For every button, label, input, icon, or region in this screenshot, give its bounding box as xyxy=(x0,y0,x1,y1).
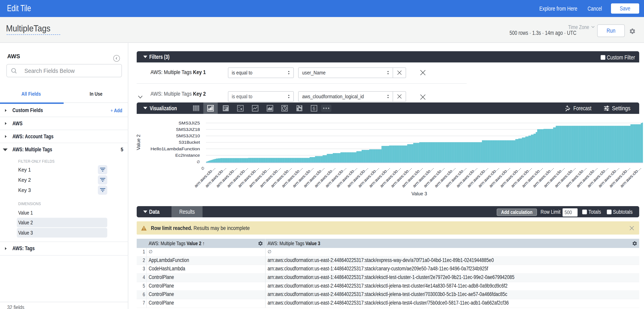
svg-text:SMS3JIZ10: SMS3JIZ10 xyxy=(176,134,200,138)
svg-text:SMS3JIZ5: SMS3JIZ5 xyxy=(178,121,200,125)
svg-text:∅: ∅ xyxy=(200,166,205,171)
svg-text:∅: ∅ xyxy=(197,160,200,164)
svg-text:Hello1LambdaFunction: Hello1LambdaFunction xyxy=(150,146,200,151)
svg-text:S31Bucket: S31Bucket xyxy=(179,140,200,144)
svg-text:SMS3JIZ18: SMS3JIZ18 xyxy=(176,127,200,132)
svg-text:Value 2: Value 2 xyxy=(136,134,141,150)
svg-text:6: 6 xyxy=(312,106,315,111)
svg-text:Value 3: Value 3 xyxy=(412,191,427,196)
svg-text:Ec2Instance: Ec2Instance xyxy=(175,153,200,158)
